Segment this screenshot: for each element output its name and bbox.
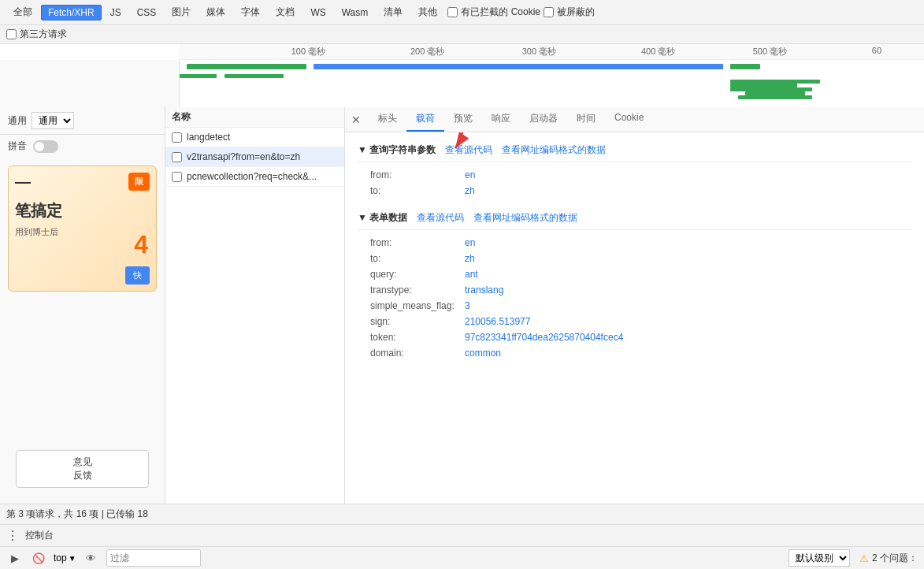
form-param-row-1: to: zh [358,251,911,266]
timeline-bar-4 [225,74,284,78]
sidebar-top: 通用 通用 [0,107,165,135]
form-param-key-3: transtype: [370,284,465,296]
request-items: langdetectv2transapi?from=en&to=zhpcnewc… [165,128,344,187]
query-params: from: ento: zh [358,167,911,199]
form-param-key-4: simple_means_flag: [370,300,465,311]
pinyin-label: 拼音 [8,139,27,153]
timeline-bar-1 [314,64,723,69]
feedback-button[interactable]: 意见反馈 [16,450,149,488]
stop-button[interactable]: 🚫 [30,549,47,567]
form-param-value-0: en [465,237,475,248]
detail-tab-标头[interactable]: 标头 [369,107,406,132]
ruler-tick-4: 500 毫秒 [753,46,787,58]
third-party-checkbox[interactable] [6,29,17,39]
pinyin-toggle[interactable] [33,140,58,153]
status-bar: 第 3 项请求，共 16 项 | 已传输 18 [0,504,924,524]
form-param-row-0: from: en [358,235,911,251]
issues-badge: ⚠ 2 个问题： [859,552,918,565]
filter-input-wrapper [106,549,201,567]
form-param-key-5: sign: [370,316,465,327]
filter-btn-图片[interactable]: 图片 [165,3,198,21]
detail-tab-Cookie[interactable]: Cookie [605,107,653,132]
form-param-key-2: query: [370,269,465,280]
filter-btn-文档[interactable]: 文档 [269,3,302,21]
detail-tab-预览[interactable]: 预览 [444,107,482,132]
form-param-row-6: token: 97c823341ff704dea2625870404fcec4 [358,329,911,345]
form-param-key-7: domain: [370,348,465,359]
play-button[interactable]: ▶ [6,549,24,567]
issues-count: 2 个问题： [872,552,918,565]
detail-tab-时间[interactable]: 时间 [567,107,605,132]
form-param-value-2: ant [465,269,478,280]
request-item-checkbox-0[interactable] [172,132,182,143]
filter-btn-媒体[interactable]: 媒体 [199,3,232,21]
form-view-source-link[interactable]: 查看源代码 [417,211,464,225]
filter-btn-Wasm[interactable]: Wasm [335,5,376,20]
issues-icon: ⚠ [859,552,869,564]
filter-btn-全部[interactable]: 全部 [6,3,39,21]
request-item-2[interactable]: pcnewcollection?req=check&... [165,167,344,187]
ad-badge: 限 [128,173,150,191]
form-param-row-4: simple_means_flag: 3 [358,298,911,314]
form-param-value-5: 210056.513977 [465,316,530,327]
form-param-value-3: translang [465,284,503,296]
intercepted-cookie-checkbox[interactable]: 有已拦截的 Cookie [447,6,540,19]
form-params: from: ento: zhquery: anttranstype: trans… [358,235,911,361]
detail-tab-list: 标头载荷预览响应启动器时间Cookie [369,107,653,132]
filter-btn-清单[interactable]: 清单 [377,3,410,21]
form-section-header: ▼ 表单数据 查看源代码 查看网址编码格式的数据 [358,206,911,230]
detail-content: ▼ 查询字符串参数 查看源代码 查看网址编码格式的数据 from: ento: … [345,132,924,504]
timeline-bar-2 [730,64,760,69]
blocked-checkbox[interactable]: 被屏蔽的 [544,6,595,19]
filter-input[interactable] [110,552,197,563]
form-param-row-2: query: ant [358,266,911,282]
ad-text-line2: 笔搞定 [9,197,156,225]
detail-tab-载荷[interactable]: 载荷 [406,107,444,132]
top-dropdown-icon[interactable]: ▼ [69,554,76,563]
query-param-row-1: to: zh [358,183,911,199]
eye-button[interactable]: 👁 [83,549,100,567]
query-view-encoded-link[interactable]: 查看网址编码格式的数据 [502,143,606,157]
third-party-row: 第三方请求 [0,25,924,44]
query-param-key-1: to: [370,185,465,196]
bottom-bar-right: 默认级别 ⚠ 2 个问题： [789,549,918,567]
level-select[interactable]: 默认级别 [789,549,850,567]
detail-panel: ✕ 标头载荷预览响应启动器时间Cookie ▼ 查询字符串参数 查看源代码 查看… [345,107,924,504]
query-view-source-link[interactable]: 查看源代码 [445,143,492,157]
filter-btn-JS[interactable]: JS [103,5,128,20]
sidebar-dropdown[interactable]: 通用 [32,112,74,129]
detail-tab-响应[interactable]: 响应 [482,107,520,132]
request-item-name-1: v2transapi?from=en&to=zh [187,151,338,162]
filter-buttons: 全部Fetch/XHRJSCSS图片媒体字体文档WSWasm清单其他 [6,3,444,21]
request-item-name-0: langdetect [187,132,338,143]
filter-btn-其他[interactable]: 其他 [411,3,444,21]
timeline-bar-0 [187,64,306,69]
form-param-value-6: 97c823341ff704dea2625870404fcec4 [465,332,623,343]
filter-btn-Fetch/XHR[interactable]: Fetch/XHR [41,5,102,20]
timeline-bars [180,60,924,107]
pinyin-row: 拼音 [0,135,165,158]
ruler-tick-0: 100 毫秒 [291,46,325,58]
request-item-checkbox-2[interactable] [172,172,182,182]
more-options-icon[interactable]: ⋮ [6,528,19,543]
request-list: 名称 langdetectv2transapi?from=en&to=zhpcn… [165,107,345,504]
detail-tab-启动器[interactable]: 启动器 [520,107,567,132]
ad-banner: — 笔搞定 用到博士后 限 4 快 [8,165,157,292]
console-label: 控制台 [25,529,54,542]
detail-close-button[interactable]: ✕ [348,112,364,128]
filter-btn-WS[interactable]: WS [303,5,332,20]
form-param-row-3: transtype: translang [358,282,911,298]
form-param-value-4: 3 [465,300,470,311]
request-item-checkbox-1[interactable] [172,152,182,162]
filter-btn-CSS[interactable]: CSS [130,5,164,20]
query-section-title: ▼ 查询字符串参数 [358,143,436,157]
request-item-1[interactable]: v2transapi?from=en&to=zh [165,147,344,167]
filter-btn-字体[interactable]: 字体 [234,3,267,21]
ad-button[interactable]: 快 [125,266,150,284]
request-item-0[interactable]: langdetect [165,128,344,147]
devtools-toolbar: ▶ 🚫 top ▼ 👁 默认级别 ⚠ 2 个问题： [0,546,924,569]
ad-number: 4 [134,230,148,259]
bottom-bar: ⋮ 控制台 [0,524,924,546]
form-view-encoded-link[interactable]: 查看网址编码格式的数据 [473,211,577,225]
timeline-section: 100 毫秒200 毫秒300 毫秒400 毫秒500 毫秒60 [0,44,924,107]
